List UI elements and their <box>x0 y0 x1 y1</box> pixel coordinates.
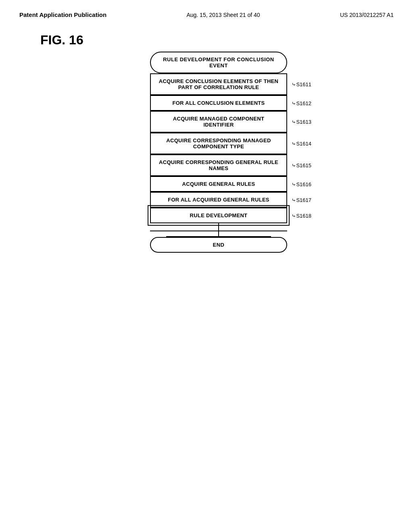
end-box: END <box>150 237 287 253</box>
box-s1613: ACQUIRE MANAGED COMPONENT IDENTIFIER <box>150 111 287 133</box>
diagram-area: FIG. 16 RULE DEVELOPMENT FOR CONCLUSION … <box>0 25 413 261</box>
header-publication: Patent Application Publication <box>19 11 106 18</box>
box-s1617: FOR ALL ACQUIRED GENERAL RULES <box>150 192 287 208</box>
step-row-s1613: ACQUIRE MANAGED COMPONENT IDENTIFIER ⤷S1… <box>118 111 319 133</box>
box-s1614: ACQUIRE CORRESPONDING MANAGED COMPONENT … <box>150 133 287 154</box>
step-row-s1611: ACQUIRE CONCLUSION ELEMENTS OF THEN PART… <box>118 73 319 95</box>
start-box: RULE DEVELOPMENT FOR CONCLUSION EVENT <box>150 52 287 73</box>
step-row-s1614: ACQUIRE CORRESPONDING MANAGED COMPONENT … <box>118 133 319 154</box>
flowchart: RULE DEVELOPMENT FOR CONCLUSION EVENT AC… <box>40 52 397 253</box>
fig-label: FIG. 16 <box>40 33 83 48</box>
header-patent-number: US 2013/0212257 A1 <box>340 12 394 18</box>
step-label-s1618: ⤷S1618 <box>292 212 311 218</box>
end-row: END <box>118 237 319 253</box>
step-label-s1611: ⤷S1611 <box>292 81 311 87</box>
box-s1612: FOR ALL CONCLUSION ELEMENTS <box>150 95 287 111</box>
step-label-s1617: ⤷S1617 <box>292 197 311 203</box>
box-s1616: ACQUIRE GENERAL RULES <box>150 176 287 192</box>
box-s1618: RULE DEVELOPMENT <box>150 208 287 223</box>
step-row-s1612: FOR ALL CONCLUSION ELEMENTS ⤷S1612 <box>118 95 319 111</box>
step-label-s1614: ⤷S1614 <box>292 141 311 147</box>
step-row-s1618: RULE DEVELOPMENT ⤷S1618 <box>118 208 319 223</box>
header-date-sheet: Aug. 15, 2013 Sheet 21 of 40 <box>186 12 260 18</box>
page-header: Patent Application Publication Aug. 15, … <box>0 0 413 25</box>
box-s1611: ACQUIRE CONCLUSION ELEMENTS OF THEN PART… <box>150 73 287 95</box>
step-label-s1615: ⤷S1615 <box>292 162 311 168</box>
step-row-s1615: ACQUIRE CORRESPONDING GENERAL RULE NAMES… <box>118 154 319 176</box>
step-label-s1613: ⤷S1613 <box>292 119 311 125</box>
step-label-s1612: ⤷S1612 <box>292 100 311 106</box>
start-row: RULE DEVELOPMENT FOR CONCLUSION EVENT <box>118 52 319 73</box>
box-s1615: ACQUIRE CORRESPONDING GENERAL RULE NAMES <box>150 154 287 176</box>
step-row-s1616: ACQUIRE GENERAL RULES ⤷S1616 <box>118 176 319 192</box>
step-row-s1617: FOR ALL ACQUIRED GENERAL RULES ⤷S1617 <box>118 192 319 208</box>
step-label-s1616: ⤷S1616 <box>292 181 311 187</box>
